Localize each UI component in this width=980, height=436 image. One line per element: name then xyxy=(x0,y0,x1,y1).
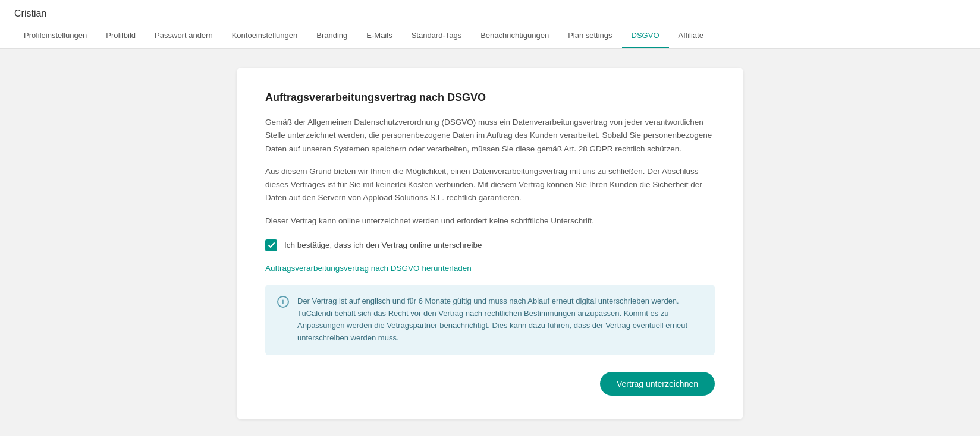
nav-tab-e-mails[interactable]: E-Mails xyxy=(357,24,401,48)
confirm-checkbox[interactable] xyxy=(265,239,277,251)
nav-tab-passwort-ändern[interactable]: Passwort ändern xyxy=(145,24,222,48)
button-row: Vertrag unterzeichnen xyxy=(265,372,715,396)
nav-tab-branding[interactable]: Branding xyxy=(307,24,357,48)
info-text: Der Vertrag ist auf englisch und für 6 M… xyxy=(297,295,703,345)
download-link[interactable]: Auftragsverarbeitungsvertrag nach DSGVO … xyxy=(265,264,472,273)
nav-tab-standard-tags[interactable]: Standard-Tags xyxy=(402,24,472,48)
checkbox-row: Ich bestätige, dass ich den Vertrag onli… xyxy=(265,239,715,251)
nav-tab-profilbild[interactable]: Profilbild xyxy=(96,24,145,48)
username: Cristian xyxy=(14,0,966,24)
main-content: Auftragsverarbeitungsvertrag nach DSGVO … xyxy=(222,49,758,436)
checkbox-label: Ich bestätige, dass ich den Vertrag onli… xyxy=(284,241,482,249)
paragraph-3: Dieser Vertrag kann online unterzeichnet… xyxy=(265,214,715,228)
dsgvo-card: Auftragsverarbeitungsvertrag nach DSGVO … xyxy=(237,68,743,419)
sign-button[interactable]: Vertrag unterzeichnen xyxy=(600,372,715,396)
nav-tab-benachrichtigungen[interactable]: Benachrichtigungen xyxy=(471,24,558,48)
card-title: Auftragsverarbeitungsvertrag nach DSGVO xyxy=(265,91,715,104)
nav-tab-kontoeinstellungen[interactable]: Kontoeinstellungen xyxy=(222,24,307,48)
nav-tabs: ProfileinstellungenProfilbildPasswort än… xyxy=(14,24,966,48)
paragraph-1: Gemäß der Allgemeinen Datenschutzverordn… xyxy=(265,116,715,156)
nav-tab-affiliate[interactable]: Affiliate xyxy=(669,24,713,48)
paragraph-2: Aus diesem Grund bieten wir Ihnen die Mö… xyxy=(265,165,715,205)
header: Cristian ProfileinstellungenProfilbildPa… xyxy=(0,0,980,49)
nav-tab-plan-settings[interactable]: Plan settings xyxy=(558,24,621,48)
card-body: Gemäß der Allgemeinen Datenschutzverordn… xyxy=(265,116,715,228)
info-icon: i xyxy=(277,296,289,308)
nav-tab-dsgvo[interactable]: DSGVO xyxy=(622,24,669,48)
nav-tab-profileinstellungen[interactable]: Profileinstellungen xyxy=(14,24,96,48)
info-box: i Der Vertrag ist auf englisch und für 6… xyxy=(265,285,715,355)
